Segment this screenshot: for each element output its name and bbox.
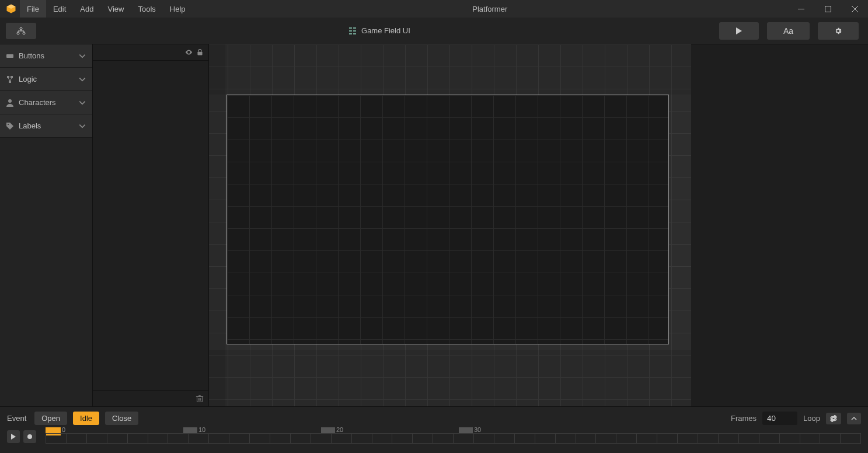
- button-icon: [6, 52, 14, 60]
- timeline-cell[interactable]: [290, 433, 311, 444]
- timeline-cell[interactable]: [392, 433, 412, 444]
- svg-point-6: [20, 27, 22, 30]
- ui-icon: [348, 27, 357, 35]
- svg-line-25: [10, 78, 12, 81]
- timeline-cells: [46, 433, 861, 444]
- timeline-cell[interactable]: [616, 433, 636, 444]
- timeline-cell[interactable]: [46, 433, 66, 444]
- sidebar-item-characters[interactable]: Characters: [0, 91, 92, 114]
- sidebar-item-label: Buttons: [19, 51, 44, 60]
- timeline-cell[interactable]: [576, 433, 596, 444]
- timeline-cell[interactable]: [657, 433, 677, 444]
- timeline-cell[interactable]: [698, 433, 718, 444]
- frames-input[interactable]: [762, 412, 797, 425]
- svg-point-8: [23, 32, 25, 34]
- timeline-cell[interactable]: [270, 433, 290, 444]
- outline-header: [93, 44, 208, 61]
- timeline-cell[interactable]: [208, 433, 229, 444]
- svg-point-27: [8, 124, 9, 125]
- timeline-record-button[interactable]: [23, 430, 36, 443]
- svg-rect-3: [825, 6, 831, 12]
- timeline-cell[interactable]: [555, 433, 576, 444]
- menu-tools[interactable]: Tools: [131, 0, 162, 18]
- tick-20: 20: [336, 426, 343, 433]
- timeline-marker-20[interactable]: [321, 427, 335, 433]
- timeline-cell[interactable]: [86, 433, 107, 444]
- timeline-cell[interactable]: [473, 433, 494, 444]
- trash-icon[interactable]: [196, 395, 204, 403]
- play-button[interactable]: [719, 22, 759, 40]
- timeline-cell[interactable]: [636, 433, 657, 444]
- typography-button[interactable]: Aa: [767, 22, 810, 40]
- menu-add[interactable]: Add: [73, 0, 100, 18]
- timeline-track[interactable]: 0 10 20 30: [46, 430, 861, 444]
- event-open-button[interactable]: Open: [34, 412, 67, 425]
- timeline-cell[interactable]: [779, 433, 800, 444]
- svg-point-26: [8, 99, 12, 103]
- timeline-cell[interactable]: [800, 433, 820, 444]
- sidebar-item-logic[interactable]: Logic: [0, 68, 92, 91]
- close-button[interactable]: [841, 0, 868, 18]
- timeline-marker-30[interactable]: [459, 427, 473, 433]
- timeline-play-button[interactable]: [7, 430, 20, 443]
- svg-rect-15: [349, 30, 352, 32]
- timeline-cell[interactable]: [840, 433, 861, 444]
- hierarchy-button[interactable]: [6, 23, 36, 39]
- lock-icon[interactable]: [196, 48, 204, 56]
- inspector-panel: [691, 44, 868, 406]
- canvas[interactable]: [209, 44, 691, 406]
- visibility-icon[interactable]: [185, 48, 193, 56]
- minimize-button[interactable]: [787, 0, 814, 18]
- svg-rect-18: [353, 33, 356, 34]
- timeline-cell[interactable]: [229, 433, 249, 444]
- timeline-cell[interactable]: [107, 433, 127, 444]
- timeline-cell[interactable]: [595, 433, 616, 444]
- timeline-cell[interactable]: [148, 433, 168, 444]
- svg-rect-22: [11, 76, 13, 78]
- timeline-cell[interactable]: [677, 433, 698, 444]
- timeline-cell[interactable]: [433, 433, 453, 444]
- timeline-cell[interactable]: [351, 433, 372, 444]
- timeline-cell[interactable]: [66, 433, 86, 444]
- maximize-button[interactable]: [814, 0, 841, 18]
- person-icon: [6, 99, 14, 107]
- menu-edit[interactable]: Edit: [46, 0, 73, 18]
- event-idle-button[interactable]: Idle: [73, 412, 99, 425]
- timeline-cell[interactable]: [249, 433, 270, 444]
- timeline-cell[interactable]: [311, 433, 331, 444]
- collapse-timeline-button[interactable]: [847, 413, 861, 424]
- timeline-cell[interactable]: [453, 433, 473, 444]
- svg-line-24: [8, 78, 10, 81]
- timeline-cell[interactable]: [738, 433, 759, 444]
- sidebar-item-label: Characters: [19, 98, 56, 107]
- menu-help[interactable]: Help: [163, 0, 193, 18]
- timeline-controls: Event Open Idle Close Frames Loop: [7, 412, 861, 425]
- sidebar-item-buttons[interactable]: Buttons: [0, 44, 92, 68]
- timeline-cell[interactable]: [535, 433, 555, 444]
- timeline-cell[interactable]: [718, 433, 738, 444]
- timeline-cell[interactable]: [494, 433, 514, 444]
- timeline-cell[interactable]: [759, 433, 779, 444]
- timeline-cell[interactable]: [514, 433, 535, 444]
- canvas-frame[interactable]: [226, 95, 669, 344]
- svg-rect-16: [353, 30, 356, 32]
- settings-button[interactable]: [818, 22, 859, 40]
- menu-view[interactable]: View: [101, 0, 131, 18]
- timeline-cell[interactable]: [127, 433, 148, 444]
- svg-rect-28: [197, 52, 202, 55]
- svg-rect-23: [9, 81, 11, 83]
- toolbar-center: Game Field UI: [40, 26, 719, 35]
- sidebar-item-labels[interactable]: Labels: [0, 114, 92, 138]
- menu-bar: File Edit Add View Tools Help: [20, 0, 193, 18]
- timeline-cell[interactable]: [412, 433, 433, 444]
- timeline-cell[interactable]: [331, 433, 351, 444]
- loop-toggle[interactable]: [826, 413, 841, 424]
- timeline-cell[interactable]: [820, 433, 840, 444]
- timeline-cell[interactable]: [188, 433, 208, 444]
- event-close-button[interactable]: Close: [105, 412, 138, 425]
- chevron-up-icon: [850, 415, 857, 422]
- timeline-marker-10[interactable]: [183, 427, 197, 433]
- timeline-cell[interactable]: [372, 433, 392, 444]
- timeline-cell[interactable]: [168, 433, 188, 444]
- menu-file[interactable]: File: [20, 0, 46, 18]
